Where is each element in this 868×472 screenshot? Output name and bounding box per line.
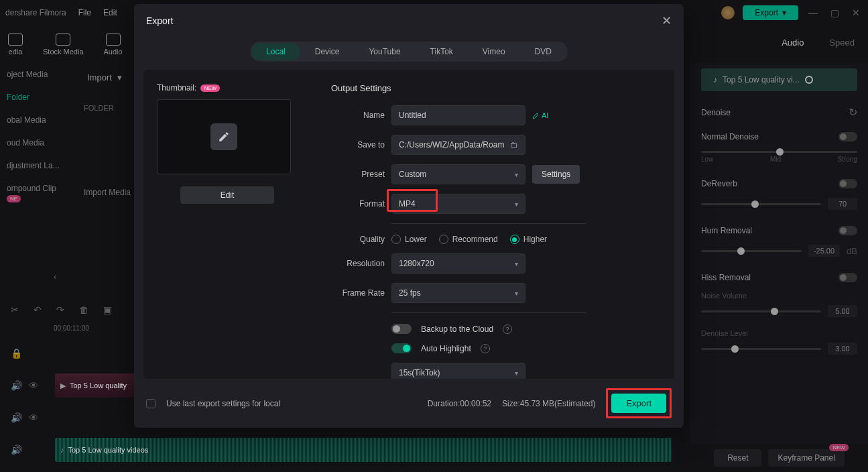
quality-row: Quality Lower Recommend Higher <box>331 235 661 244</box>
highlight-duration-select[interactable]: 15s(TikTok) ▾ <box>391 363 525 379</box>
name-input[interactable]: Untitled <box>391 105 525 125</box>
thumbnail-preview[interactable] <box>157 99 291 174</box>
modal-body: Thumbnail: NEW Edit Output Settings Name… <box>143 70 674 379</box>
tab-local[interactable]: Local <box>251 43 300 60</box>
name-row: Name Untitled AI <box>331 105 661 125</box>
clip-label: Top 5 Low quality videos <box>68 446 149 454</box>
output-settings: Output Settings Name Untitled AI Save to… <box>311 83 661 365</box>
save-to-label: Save to <box>331 140 385 150</box>
save-to-input[interactable]: C:/Users/WIZ/AppData/Roam 🗀 <box>391 135 525 155</box>
use-last-label: Use last export settings for local <box>166 399 280 408</box>
backup-label: Backup to the Cloud <box>421 324 493 334</box>
format-select[interactable]: MP4 ▾ <box>391 194 525 214</box>
modal-header: Export ✕ <box>134 4 684 38</box>
chevron-down-icon: ▾ <box>515 171 518 178</box>
name-label: Name <box>331 111 385 120</box>
quality-label: Quality <box>331 235 385 244</box>
use-last-checkbox[interactable] <box>146 399 156 408</box>
size-text: Size:45.73 MB(Estimated) <box>502 399 595 408</box>
thumbnail-column: Thumbnail: NEW Edit <box>157 83 298 365</box>
export-button[interactable]: Export <box>611 394 666 413</box>
clip-label: Top 5 Low quality <box>70 381 127 390</box>
modal-footer: Use last export settings for local Durat… <box>134 379 684 428</box>
help-icon[interactable]: ? <box>503 324 512 334</box>
folder-icon[interactable]: 🗀 <box>510 140 518 150</box>
close-icon[interactable]: ✕ <box>662 13 672 28</box>
auto-highlight-toggle[interactable] <box>391 343 412 353</box>
resolution-select[interactable]: 1280x720 ▾ <box>391 253 525 274</box>
highlight-duration-row: 15s(TikTok) ▾ <box>391 363 661 379</box>
resolution-label: Resolution <box>331 259 385 268</box>
tab-device[interactable]: Device <box>300 43 355 60</box>
export-tabs: Local Device YouTube TikTok Vimeo DVD <box>134 42 684 62</box>
auto-highlight-row: Auto Highlight ? <box>391 343 661 353</box>
frame-rate-label: Frame Rate <box>331 288 385 298</box>
format-label: Format <box>331 199 385 209</box>
modal-title: Export <box>146 15 173 26</box>
export-modal: Export ✕ Local Device YouTube TikTok Vim… <box>134 4 684 428</box>
chevron-down-icon: ▾ <box>515 200 518 208</box>
chevron-down-icon: ▾ <box>515 369 518 377</box>
new-badge: NEW <box>200 84 220 92</box>
thumbnail-label: Thumbnail: <box>157 83 196 93</box>
preset-settings-button[interactable]: Settings <box>532 165 580 184</box>
tab-vimeo[interactable]: Vimeo <box>468 43 520 60</box>
chevron-down-icon: ▾ <box>515 260 518 268</box>
frame-rate-row: Frame Rate 25 fps ▾ <box>331 283 661 303</box>
resolution-row: Resolution 1280x720 ▾ <box>331 253 661 274</box>
auto-highlight-label: Auto Highlight <box>421 344 471 353</box>
tab-tiktok[interactable]: TikTok <box>416 43 468 60</box>
preset-select[interactable]: Custom ▾ <box>391 164 525 184</box>
backup-row: Backup to the Cloud ? <box>391 324 661 334</box>
divider <box>391 312 586 313</box>
output-settings-title: Output Settings <box>331 83 661 93</box>
backup-toggle[interactable] <box>391 324 412 334</box>
preset-label: Preset <box>331 170 385 179</box>
quality-recommend-radio[interactable]: Recommend <box>439 235 498 244</box>
quality-higher-radio[interactable]: Higher <box>510 235 547 244</box>
help-icon[interactable]: ? <box>481 344 490 353</box>
pencil-icon <box>210 123 237 150</box>
quality-lower-radio[interactable]: Lower <box>391 235 427 244</box>
preset-row: Preset Custom ▾ Settings <box>331 164 661 184</box>
duration-text: Duration:00:00:52 <box>428 399 491 408</box>
format-row: Format MP4 ▾ <box>331 194 661 214</box>
divider <box>391 223 586 224</box>
frame-rate-select[interactable]: 25 fps ▾ <box>391 283 525 303</box>
ai-badge[interactable]: AI <box>532 111 548 119</box>
tab-dvd[interactable]: DVD <box>520 43 566 60</box>
highlight-box: Export <box>606 388 672 418</box>
edit-thumbnail-button[interactable]: Edit <box>180 186 274 204</box>
chevron-down-icon: ▾ <box>515 290 518 297</box>
save-to-row: Save to C:/Users/WIZ/AppData/Roam 🗀 <box>331 135 661 155</box>
tab-youtube[interactable]: YouTube <box>354 43 415 60</box>
